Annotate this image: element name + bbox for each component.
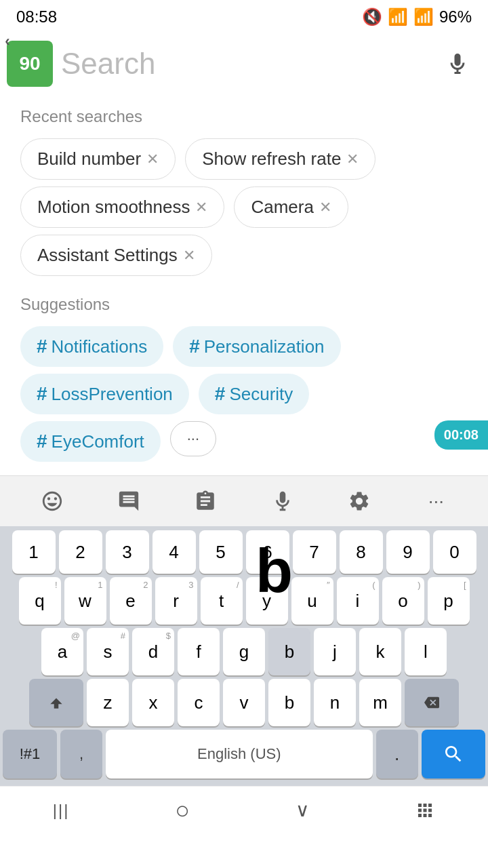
space-key-label: English (US)	[197, 745, 281, 763]
search-badge[interactable]: ‹ 90	[7, 41, 53, 87]
key-j[interactable]: j	[314, 628, 356, 675]
key-y[interactable]: ″ y b	[246, 577, 288, 625]
recent-tag-show-refresh-rate-text: Show refresh rate	[202, 149, 341, 170]
close-show-refresh-rate-icon[interactable]: ✕	[346, 151, 359, 168]
period-key[interactable]: .	[376, 730, 418, 778]
key-o[interactable]: )o	[382, 577, 424, 625]
hash-icon: #	[37, 383, 47, 405]
suggestion-security-text: Security	[229, 384, 293, 405]
key-7-label: 7	[309, 542, 319, 563]
key-f[interactable]: f	[178, 628, 220, 675]
suggestion-personalization[interactable]: # Personalization	[173, 326, 340, 367]
key-u[interactable]: ″u	[291, 577, 333, 625]
key-g[interactable]: g	[223, 628, 265, 675]
key-t[interactable]: /t	[201, 577, 243, 625]
nav-down-icon[interactable]: ∨	[296, 799, 310, 821]
nav-bar: ||| ○ ∨	[0, 786, 488, 833]
period-label: .	[394, 743, 400, 765]
key-6[interactable]: 6	[246, 530, 289, 574]
key-i[interactable]: (i	[337, 577, 379, 625]
key-c[interactable]: c	[178, 679, 220, 726]
close-build-number-icon[interactable]: ✕	[146, 151, 159, 168]
recent-tag-camera[interactable]: Camera ✕	[234, 186, 348, 228]
nav-menu-icon[interactable]: |||	[53, 801, 70, 820]
key-n[interactable]: n	[314, 679, 356, 726]
badge-text: 90	[19, 53, 40, 75]
key-1[interactable]: 1	[12, 530, 56, 574]
symbols-key-label: !#1	[20, 745, 41, 763]
hash-icon: #	[189, 336, 200, 357]
back-arrow-icon[interactable]: ‹	[0, 31, 18, 52]
suggestion-row-1: # Notifications # Personalization	[20, 326, 468, 367]
key-w[interactable]: 1w	[64, 577, 106, 625]
key-b-bottom[interactable]: b	[268, 679, 310, 726]
mic-header-icon[interactable]	[441, 47, 474, 81]
more-toolbar-dots: ···	[428, 490, 444, 512]
key-3[interactable]: 3	[106, 530, 149, 574]
clipboard-toolbar-icon[interactable]	[185, 484, 226, 518]
recent-tag-build-number[interactable]: Build number ✕	[20, 138, 176, 180]
suggestion-loss-prevention-text: LossPrevention	[52, 384, 173, 405]
more-toolbar-icon[interactable]: ···	[415, 484, 456, 518]
search-title[interactable]: Search	[61, 47, 432, 81]
search-key[interactable]	[422, 730, 485, 778]
recent-tag-assistant-settings[interactable]: Assistant Settings ✕	[20, 235, 212, 276]
nav-home-icon[interactable]: ○	[175, 796, 190, 825]
key-q[interactable]: !q	[19, 577, 61, 625]
key-7[interactable]: 7	[293, 530, 336, 574]
recent-tag-show-refresh-rate[interactable]: Show refresh rate ✕	[185, 138, 375, 180]
settings-toolbar-icon[interactable]	[339, 484, 380, 518]
recent-tag-motion-smoothness-text: Motion smoothness	[37, 197, 190, 218]
key-s[interactable]: #s	[87, 628, 129, 675]
mic-keyboard-icon[interactable]	[262, 484, 303, 518]
space-key[interactable]: English (US)	[106, 730, 373, 778]
battery-icon: 96%	[439, 7, 472, 26]
key-4[interactable]: 4	[152, 530, 196, 574]
hash-icon: #	[37, 336, 47, 357]
delete-key[interactable]	[405, 679, 459, 726]
suggestion-security[interactable]: # Security	[199, 374, 310, 414]
key-8[interactable]: 8	[340, 530, 383, 574]
suggestion-notifications[interactable]: # Notifications	[20, 326, 163, 367]
key-2[interactable]: 2	[59, 530, 102, 574]
key-k[interactable]: k	[359, 628, 401, 675]
recent-tag-build-number-text: Build number	[37, 149, 141, 170]
more-suggestions-button[interactable]: ···	[170, 421, 216, 456]
suggestion-eye-comfort[interactable]: # EyeComfort	[20, 421, 161, 462]
key-5-label: 5	[216, 542, 225, 563]
key-6-label: 6	[262, 542, 272, 563]
key-9[interactable]: 9	[386, 530, 430, 574]
key-x[interactable]: x	[132, 679, 174, 726]
key-d[interactable]: $d	[132, 628, 174, 675]
key-a[interactable]: @a	[41, 628, 83, 675]
key-0-label: 0	[449, 542, 459, 563]
key-m[interactable]: m	[359, 679, 401, 726]
sticker-toolbar-icon[interactable]	[108, 484, 149, 518]
emoji-toolbar-icon[interactable]	[32, 484, 73, 518]
key-5[interactable]: 5	[199, 530, 243, 574]
status-left: 08:58	[16, 7, 57, 26]
key-e[interactable]: 2e	[110, 577, 152, 625]
key-v[interactable]: v	[223, 679, 265, 726]
close-assistant-settings-icon[interactable]: ✕	[183, 247, 195, 264]
key-b-mid[interactable]: b	[268, 628, 310, 675]
key-3-label: 3	[122, 542, 131, 563]
suggestion-row-2: # LossPrevention # Security	[20, 374, 468, 414]
shift-key[interactable]	[29, 679, 83, 726]
close-camera-icon[interactable]: ✕	[319, 199, 331, 216]
key-0[interactable]: 0	[433, 530, 476, 574]
nav-apps-icon[interactable]	[415, 800, 435, 821]
key-z[interactable]: z	[87, 679, 129, 726]
suggestion-loss-prevention[interactable]: # LossPrevention	[20, 374, 189, 414]
key-l[interactable]: l	[405, 628, 447, 675]
key-r[interactable]: 3r	[155, 577, 197, 625]
suggestion-eye-comfort-text: EyeComfort	[52, 431, 144, 452]
key-p[interactable]: [p	[428, 577, 470, 625]
close-motion-smoothness-icon[interactable]: ✕	[195, 199, 207, 216]
main-content: Recent searches Build number ✕ Show refr…	[0, 94, 488, 475]
suggestion-personalization-text: Personalization	[204, 336, 325, 357]
comma-key[interactable]: ,	[60, 730, 102, 778]
symbols-key[interactable]: !#1	[3, 730, 57, 778]
hash-icon: #	[215, 383, 226, 405]
recent-tag-motion-smoothness[interactable]: Motion smoothness ✕	[20, 186, 224, 228]
